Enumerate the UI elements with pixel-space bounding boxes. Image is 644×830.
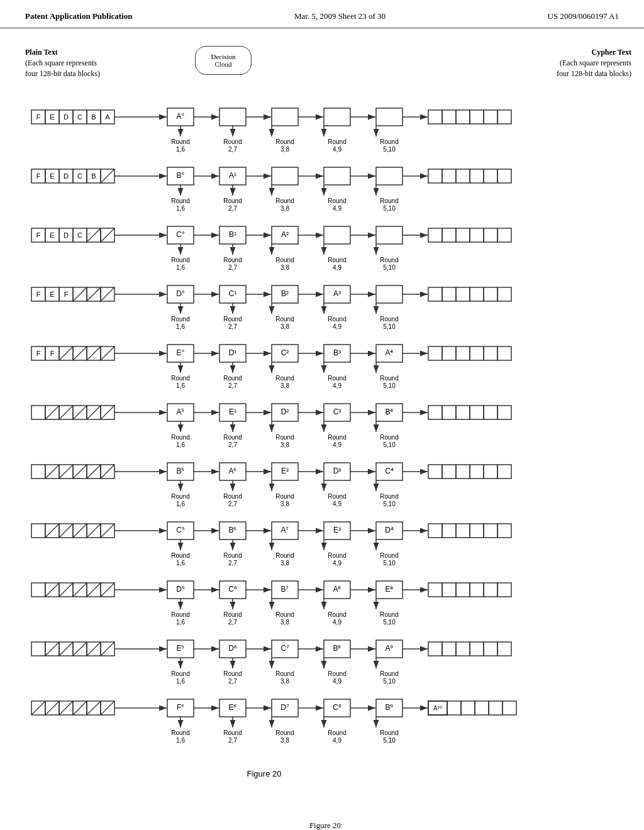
- svg-line-488: [101, 701, 114, 715]
- svg-text:Round: Round: [328, 493, 346, 500]
- svg-rect-21: [219, 108, 246, 126]
- svg-text:F: F: [50, 350, 55, 357]
- svg-line-339: [73, 524, 87, 538]
- svg-text:Round: Round: [380, 611, 398, 618]
- svg-line-486: [87, 701, 101, 715]
- row-6: B⁵ Round 1,6 A⁶ Round 2,7 E² Round 3,8 D…: [31, 463, 511, 507]
- svg-text:Round: Round: [275, 316, 294, 323]
- svg-text:A¹⁰: A¹⁰: [433, 705, 442, 712]
- svg-rect-236: [497, 346, 511, 360]
- svg-text:5,10: 5,10: [383, 619, 396, 626]
- svg-text:C: C: [77, 172, 82, 180]
- svg-text:Round: Round: [171, 257, 189, 263]
- svg-text:F: F: [36, 231, 41, 239]
- right-label: Cypher Text (Each square represents four…: [557, 47, 631, 79]
- svg-text:B³: B³: [333, 348, 341, 357]
- svg-text:E: E: [50, 290, 54, 298]
- svg-text:Round: Round: [328, 257, 346, 263]
- svg-text:D°: D°: [176, 289, 185, 298]
- svg-rect-36: [376, 108, 402, 126]
- row-4: F F E° Round 1,6 D¹: [31, 345, 511, 389]
- svg-line-241: [59, 406, 73, 419]
- svg-rect-90: [470, 169, 484, 183]
- svg-rect-285: [31, 465, 45, 479]
- svg-text:E: E: [50, 172, 54, 180]
- svg-line-391: [101, 583, 114, 597]
- svg-text:E³: E³: [333, 526, 341, 534]
- svg-text:A⁶: A⁶: [228, 467, 236, 475]
- svg-line-104: [101, 228, 114, 242]
- svg-rect-428: [497, 583, 511, 597]
- svg-line-389: [87, 583, 101, 597]
- svg-line-431: [45, 642, 59, 656]
- svg-text:5,10: 5,10: [383, 323, 396, 330]
- svg-text:Round: Round: [380, 552, 398, 559]
- svg-rect-129: [376, 226, 402, 244]
- svg-rect-375: [428, 524, 442, 538]
- svg-text:Round: Round: [380, 729, 398, 736]
- svg-text:Round: Round: [380, 493, 398, 500]
- svg-text:C⁸: C⁸: [333, 703, 341, 712]
- svg-text:Round: Round: [328, 316, 346, 323]
- svg-text:5,10: 5,10: [383, 382, 396, 389]
- svg-text:A²: A²: [281, 230, 289, 239]
- svg-text:A°: A°: [177, 112, 185, 121]
- svg-rect-92: [497, 169, 511, 183]
- svg-text:Round: Round: [223, 257, 242, 263]
- svg-text:E⁴: E⁴: [385, 585, 393, 594]
- svg-line-435: [73, 642, 87, 656]
- svg-text:4,9: 4,9: [333, 619, 341, 626]
- row-7: C⁵ Round 1,6 B⁶ Round 2,7 A⁷ Round 3,8 E…: [31, 522, 511, 567]
- svg-text:B°: B°: [177, 171, 185, 180]
- svg-text:E: E: [50, 113, 54, 121]
- svg-text:F°: F°: [177, 703, 184, 712]
- svg-text:C²: C²: [281, 348, 289, 357]
- svg-text:Round: Round: [171, 197, 189, 204]
- svg-text:Round: Round: [223, 375, 242, 382]
- svg-rect-284: [497, 406, 511, 419]
- svg-line-58: [101, 169, 114, 183]
- svg-text:Round: Round: [328, 138, 346, 145]
- svg-text:2,7: 2,7: [228, 205, 237, 212]
- svg-rect-184: [456, 287, 470, 301]
- svg-line-149: [87, 287, 101, 301]
- svg-text:C: C: [77, 231, 82, 239]
- svg-rect-43: [456, 110, 470, 124]
- svg-rect-135: [442, 228, 456, 242]
- svg-line-243: [73, 406, 87, 419]
- svg-text:Round: Round: [171, 729, 189, 736]
- svg-text:1,6: 1,6: [176, 323, 185, 330]
- svg-rect-44: [470, 110, 484, 124]
- svg-text:3,8: 3,8: [280, 323, 289, 330]
- svg-text:2,7: 2,7: [228, 501, 237, 507]
- svg-rect-377: [456, 524, 470, 538]
- svg-text:C³: C³: [333, 407, 341, 416]
- svg-text:2,7: 2,7: [228, 737, 237, 744]
- svg-line-387: [73, 583, 87, 597]
- svg-rect-233: [456, 346, 470, 360]
- svg-text:B: B: [91, 172, 96, 180]
- svg-rect-332: [497, 465, 511, 479]
- main-diagram: F E D C B A A° Round 1,6: [25, 91, 625, 814]
- svg-text:3,8: 3,8: [280, 146, 289, 153]
- svg-rect-87: [428, 169, 442, 183]
- svg-text:Round: Round: [223, 611, 242, 618]
- svg-rect-31: [324, 108, 350, 126]
- svg-text:4,9: 4,9: [333, 382, 341, 389]
- svg-text:4,9: 4,9: [333, 264, 341, 271]
- svg-text:Round: Round: [380, 670, 398, 677]
- row-9: E⁵ Round 1,6 D⁶ Round 2,7 C⁷ Round 3,8 B…: [31, 640, 511, 685]
- svg-text:C¹: C¹: [229, 289, 237, 298]
- svg-text:3,8: 3,8: [280, 619, 289, 626]
- svg-rect-183: [442, 287, 456, 301]
- svg-rect-523: [461, 701, 475, 715]
- svg-rect-72: [272, 167, 298, 185]
- svg-rect-427: [484, 583, 497, 597]
- svg-text:Round: Round: [275, 552, 294, 559]
- svg-rect-426: [470, 583, 484, 597]
- svg-text:Round: Round: [275, 611, 294, 618]
- svg-text:D: D: [64, 172, 69, 180]
- svg-rect-46: [497, 110, 511, 124]
- svg-text:4,9: 4,9: [333, 560, 341, 567]
- svg-text:D³: D³: [333, 467, 341, 475]
